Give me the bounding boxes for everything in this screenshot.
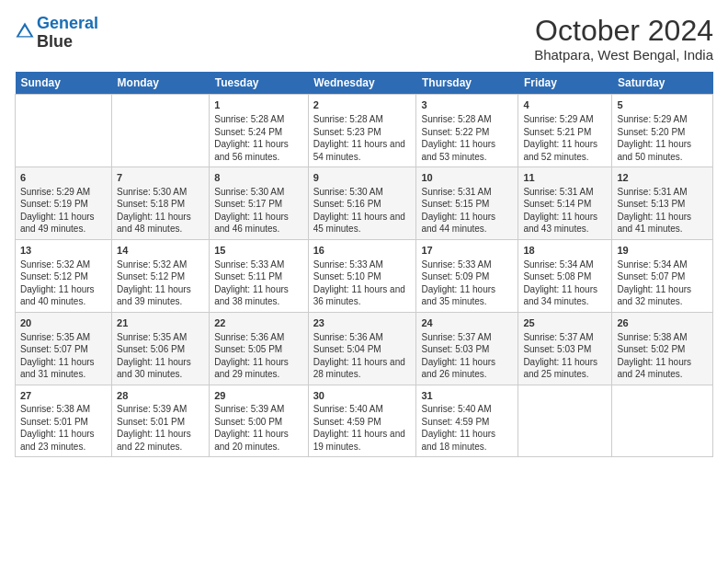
calendar-cell: 13Sunrise: 5:32 AMSunset: 5:12 PMDayligh…: [16, 239, 112, 312]
day-number: 4: [523, 98, 607, 112]
day-info: Sunrise: 5:28 AMSunset: 5:24 PMDaylight:…: [214, 113, 303, 163]
day-number: 16: [313, 244, 412, 258]
day-number: 20: [20, 316, 107, 330]
day-number: 6: [20, 171, 107, 185]
day-info: Sunrise: 5:35 AMSunset: 5:07 PMDaylight:…: [20, 331, 107, 381]
calendar-cell: 24Sunrise: 5:37 AMSunset: 5:03 PMDayligh…: [416, 312, 518, 385]
calendar-cell: 29Sunrise: 5:39 AMSunset: 5:00 PMDayligh…: [210, 385, 309, 457]
day-info: Sunrise: 5:30 AMSunset: 5:18 PMDaylight:…: [117, 186, 204, 236]
day-info: Sunrise: 5:34 AMSunset: 5:08 PMDaylight:…: [523, 259, 607, 308]
calendar-cell: [612, 385, 713, 457]
day-info: Sunrise: 5:29 AMSunset: 5:19 PMDaylight:…: [20, 186, 107, 236]
header: General Blue October 2024 Bhatpara, West…: [15, 15, 713, 63]
day-number: 15: [214, 244, 303, 258]
day-number: 24: [421, 316, 513, 330]
calendar-cell: 20Sunrise: 5:35 AMSunset: 5:07 PMDayligh…: [16, 312, 112, 385]
day-info: Sunrise: 5:33 AMSunset: 5:09 PMDaylight:…: [421, 259, 513, 308]
day-info: Sunrise: 5:33 AMSunset: 5:11 PMDaylight:…: [214, 259, 303, 308]
col-header-wednesday: Wednesday: [308, 72, 416, 95]
week-row-5: 27Sunrise: 5:38 AMSunset: 5:01 PMDayligh…: [16, 385, 713, 457]
month-title: October 2024: [534, 15, 713, 47]
day-number: 27: [20, 389, 107, 403]
calendar-cell: 31Sunrise: 5:40 AMSunset: 4:59 PMDayligh…: [416, 385, 518, 457]
calendar-cell: 15Sunrise: 5:33 AMSunset: 5:11 PMDayligh…: [210, 239, 309, 312]
col-header-tuesday: Tuesday: [210, 72, 309, 95]
calendar-cell: 26Sunrise: 5:38 AMSunset: 5:02 PMDayligh…: [612, 312, 713, 385]
header-row: SundayMondayTuesdayWednesdayThursdayFrid…: [16, 72, 713, 95]
col-header-monday: Monday: [112, 72, 210, 95]
day-number: 22: [214, 316, 303, 330]
day-number: 7: [117, 171, 204, 185]
calendar-cell: 14Sunrise: 5:32 AMSunset: 5:12 PMDayligh…: [112, 239, 210, 312]
calendar-cell: 4Sunrise: 5:29 AMSunset: 5:21 PMDaylight…: [518, 95, 612, 167]
day-number: 1: [214, 98, 303, 112]
page-container: General Blue October 2024 Bhatpara, West…: [0, 0, 728, 465]
day-info: Sunrise: 5:33 AMSunset: 5:10 PMDaylight:…: [313, 259, 412, 308]
day-info: Sunrise: 5:38 AMSunset: 5:01 PMDaylight:…: [20, 403, 107, 453]
week-row-2: 6Sunrise: 5:29 AMSunset: 5:19 PMDaylight…: [16, 167, 713, 240]
day-number: 8: [214, 171, 303, 185]
day-info: Sunrise: 5:39 AMSunset: 5:00 PMDaylight:…: [214, 403, 303, 453]
calendar-cell: 17Sunrise: 5:33 AMSunset: 5:09 PMDayligh…: [416, 239, 518, 312]
calendar-cell: [112, 95, 210, 167]
week-row-1: 1Sunrise: 5:28 AMSunset: 5:24 PMDaylight…: [16, 95, 713, 167]
day-info: Sunrise: 5:37 AMSunset: 5:03 PMDaylight:…: [523, 331, 607, 381]
calendar-cell: 7Sunrise: 5:30 AMSunset: 5:18 PMDaylight…: [112, 167, 210, 240]
day-number: 19: [617, 244, 708, 258]
day-info: Sunrise: 5:31 AMSunset: 5:15 PMDaylight:…: [421, 186, 513, 236]
day-number: 9: [313, 171, 412, 185]
col-header-sunday: Sunday: [16, 72, 112, 95]
calendar-cell: 6Sunrise: 5:29 AMSunset: 5:19 PMDaylight…: [16, 167, 112, 240]
logo-text-line1: General: [37, 15, 98, 33]
calendar-cell: 30Sunrise: 5:40 AMSunset: 4:59 PMDayligh…: [308, 385, 416, 457]
calendar-cell: 1Sunrise: 5:28 AMSunset: 5:24 PMDaylight…: [210, 95, 309, 167]
calendar-cell: 11Sunrise: 5:31 AMSunset: 5:14 PMDayligh…: [518, 167, 612, 240]
day-number: 11: [523, 171, 607, 185]
calendar-cell: 10Sunrise: 5:31 AMSunset: 5:15 PMDayligh…: [416, 167, 518, 240]
calendar-cell: 22Sunrise: 5:36 AMSunset: 5:05 PMDayligh…: [210, 312, 309, 385]
col-header-friday: Friday: [518, 72, 612, 95]
day-number: 3: [421, 98, 513, 112]
day-info: Sunrise: 5:36 AMSunset: 5:05 PMDaylight:…: [214, 331, 303, 381]
day-info: Sunrise: 5:32 AMSunset: 5:12 PMDaylight:…: [117, 259, 204, 308]
day-number: 17: [421, 244, 513, 258]
logo-text-line2: Blue: [37, 33, 98, 52]
day-info: Sunrise: 5:35 AMSunset: 5:06 PMDaylight:…: [117, 331, 204, 381]
calendar-cell: 19Sunrise: 5:34 AMSunset: 5:07 PMDayligh…: [612, 239, 713, 312]
day-info: Sunrise: 5:38 AMSunset: 5:02 PMDaylight:…: [617, 331, 708, 381]
col-header-saturday: Saturday: [612, 72, 713, 95]
day-info: Sunrise: 5:28 AMSunset: 5:23 PMDaylight:…: [313, 113, 412, 163]
day-info: Sunrise: 5:31 AMSunset: 5:13 PMDaylight:…: [617, 186, 708, 236]
day-info: Sunrise: 5:32 AMSunset: 5:12 PMDaylight:…: [20, 259, 107, 308]
location: Bhatpara, West Bengal, India: [534, 47, 713, 63]
day-info: Sunrise: 5:30 AMSunset: 5:16 PMDaylight:…: [313, 186, 412, 236]
day-number: 13: [20, 244, 107, 258]
day-info: Sunrise: 5:28 AMSunset: 5:22 PMDaylight:…: [421, 113, 513, 163]
calendar-cell: [518, 385, 612, 457]
day-number: 30: [313, 389, 412, 403]
calendar-cell: 3Sunrise: 5:28 AMSunset: 5:22 PMDaylight…: [416, 95, 518, 167]
day-info: Sunrise: 5:40 AMSunset: 4:59 PMDaylight:…: [421, 403, 513, 453]
calendar-cell: 16Sunrise: 5:33 AMSunset: 5:10 PMDayligh…: [308, 239, 416, 312]
day-number: 12: [617, 171, 708, 185]
day-info: Sunrise: 5:40 AMSunset: 4:59 PMDaylight:…: [313, 403, 412, 453]
calendar-cell: 12Sunrise: 5:31 AMSunset: 5:13 PMDayligh…: [612, 167, 713, 240]
logo-icon: [15, 21, 35, 41]
day-number: 2: [313, 98, 412, 112]
week-row-4: 20Sunrise: 5:35 AMSunset: 5:07 PMDayligh…: [16, 312, 713, 385]
calendar-cell: 9Sunrise: 5:30 AMSunset: 5:16 PMDaylight…: [308, 167, 416, 240]
calendar-cell: 23Sunrise: 5:36 AMSunset: 5:04 PMDayligh…: [308, 312, 416, 385]
day-number: 21: [117, 316, 204, 330]
day-number: 23: [313, 316, 412, 330]
day-info: Sunrise: 5:34 AMSunset: 5:07 PMDaylight:…: [617, 259, 708, 308]
day-number: 5: [617, 98, 708, 112]
day-info: Sunrise: 5:31 AMSunset: 5:14 PMDaylight:…: [523, 186, 607, 236]
calendar-cell: 18Sunrise: 5:34 AMSunset: 5:08 PMDayligh…: [518, 239, 612, 312]
day-info: Sunrise: 5:36 AMSunset: 5:04 PMDaylight:…: [313, 331, 412, 381]
day-info: Sunrise: 5:29 AMSunset: 5:20 PMDaylight:…: [617, 113, 708, 163]
day-number: 10: [421, 171, 513, 185]
day-info: Sunrise: 5:29 AMSunset: 5:21 PMDaylight:…: [523, 113, 607, 163]
day-number: 29: [214, 389, 303, 403]
day-number: 26: [617, 316, 708, 330]
day-number: 31: [421, 389, 513, 403]
